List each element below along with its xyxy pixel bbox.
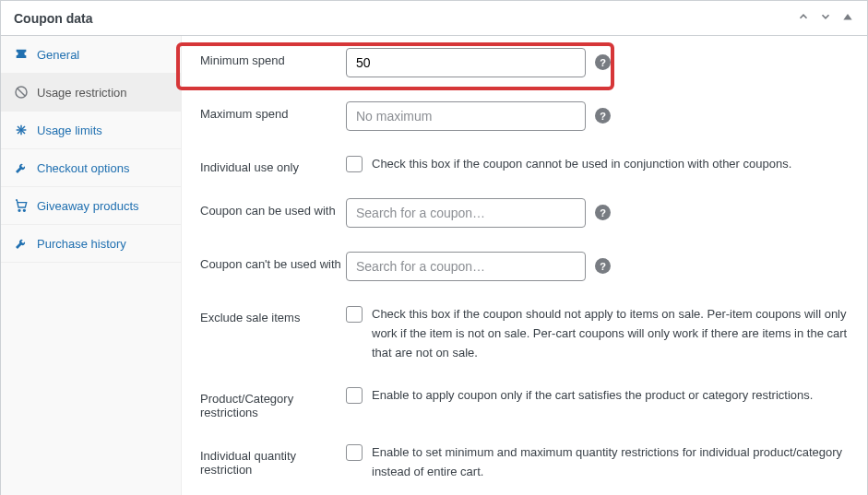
panel-body: General Usage restriction Usage limits C…: [1, 36, 867, 495]
row-minimum-spend: Minimum spend ?: [200, 36, 849, 89]
row-product-category-restrictions: Product/Category restrictions Enable to …: [200, 374, 849, 431]
sidebar-item-general[interactable]: General: [1, 36, 181, 74]
label-maximum-spend: Maximum spend: [200, 101, 346, 121]
label-exclude-sale-items: Exclude sale items: [200, 305, 346, 324]
panel-header: Coupon data: [1, 1, 867, 36]
svg-marker-0: [843, 14, 851, 19]
header-controls: [797, 10, 854, 26]
wrench-icon: [14, 160, 29, 175]
help-icon[interactable]: ?: [595, 108, 611, 124]
sidebar-item-label: General: [37, 48, 79, 62]
sidebar-item-label: Usage limits: [37, 124, 102, 137]
label-individual-use: Individual use only: [200, 155, 346, 174]
sidebar-item-label: Checkout options: [37, 161, 129, 175]
sidebar-item-label: Usage restriction: [37, 86, 127, 100]
sidebar-item-label: Purchase history: [37, 237, 126, 251]
individual-quantity-restriction-desc: Enable to set minimum and maximum quanti…: [372, 443, 849, 482]
exclude-sale-checkbox[interactable]: [346, 306, 363, 323]
row-exclude-sale-items: Exclude sale items Check this box if the…: [200, 293, 849, 374]
product-category-restrictions-checkbox[interactable]: [346, 387, 363, 404]
label-individual-quantity-restriction: Individual quantity restriction: [200, 443, 346, 477]
label-minimum-spend: Minimum spend: [200, 48, 346, 67]
sidebar-item-giveaway-products[interactable]: Giveaway products: [1, 187, 181, 225]
sidebar-item-usage-limits[interactable]: Usage limits: [1, 112, 181, 149]
individual-quantity-restriction-checkbox[interactable]: [346, 444, 363, 461]
sidebar-item-checkout-options[interactable]: Checkout options: [1, 149, 181, 187]
minimum-spend-input[interactable]: [346, 48, 586, 77]
coupon-data-panel: Coupon data General: [0, 0, 868, 495]
svg-line-2: [18, 88, 26, 97]
label-product-category-restrictions: Product/Category restrictions: [200, 386, 346, 419]
sidebar: General Usage restriction Usage limits C…: [1, 36, 182, 495]
block-icon: [14, 85, 29, 100]
collapse-icon[interactable]: [841, 10, 854, 26]
move-down-icon[interactable]: [819, 10, 832, 26]
svg-point-8: [23, 209, 25, 211]
panel-title: Coupon data: [14, 11, 93, 26]
move-up-icon[interactable]: [797, 10, 810, 26]
maximum-spend-input[interactable]: [346, 101, 586, 131]
cant-be-used-with-input[interactable]: [346, 252, 586, 281]
help-icon[interactable]: ?: [595, 258, 611, 274]
row-can-be-used-with: Coupon can be used with ?: [200, 186, 849, 240]
main-content: Minimum spend ? Maximum spend ? Individu…: [182, 36, 867, 495]
cart-icon: [14, 198, 29, 213]
row-maximum-spend: Maximum spend ?: [200, 89, 849, 143]
individual-use-desc: Check this box if the coupon cannot be u…: [372, 155, 791, 174]
row-cant-be-used-with: Coupon can't be used with ?: [200, 240, 849, 293]
wrench-icon: [14, 236, 29, 251]
sidebar-item-purchase-history[interactable]: Purchase history: [1, 225, 181, 263]
label-can-be-used-with: Coupon can be used with: [200, 198, 346, 218]
help-icon[interactable]: ?: [595, 54, 611, 70]
product-category-restrictions-desc: Enable to apply coupon only if the cart …: [372, 386, 813, 406]
ticket-icon: [14, 47, 29, 62]
sidebar-item-label: Giveaway products: [37, 199, 139, 213]
can-be-used-with-input[interactable]: [346, 198, 586, 228]
individual-use-checkbox[interactable]: [346, 156, 363, 172]
row-individual-use: Individual use only Check this box if th…: [200, 143, 849, 186]
limits-icon: [14, 123, 29, 137]
sidebar-item-usage-restriction[interactable]: Usage restriction: [1, 74, 181, 112]
help-icon[interactable]: ?: [595, 205, 611, 220]
exclude-sale-desc: Check this box if the coupon should not …: [372, 305, 849, 362]
svg-point-7: [18, 209, 20, 211]
label-cant-be-used-with: Coupon can't be used with: [200, 252, 346, 271]
row-individual-quantity-restriction: Individual quantity restriction Enable t…: [200, 431, 849, 494]
